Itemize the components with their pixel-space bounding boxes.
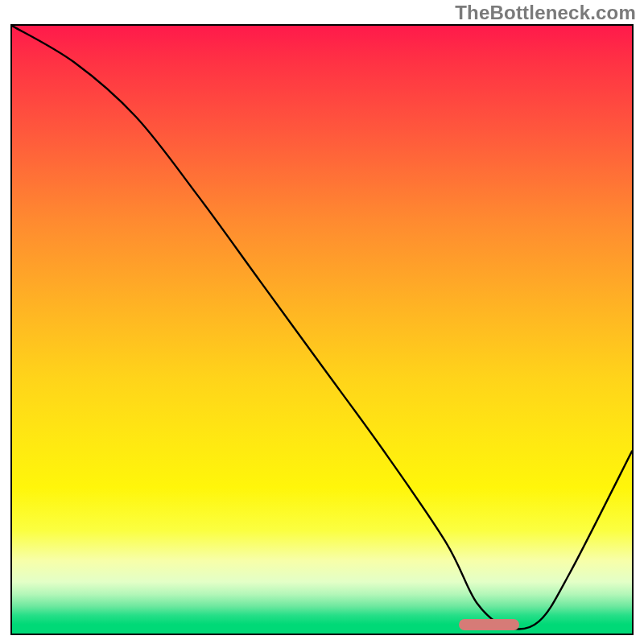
plot-area <box>10 24 634 635</box>
optimum-marker <box>459 619 519 630</box>
curve-path <box>12 26 632 630</box>
bottleneck-curve <box>12 26 632 634</box>
watermark-text: TheBottleneck.com <box>455 2 636 24</box>
